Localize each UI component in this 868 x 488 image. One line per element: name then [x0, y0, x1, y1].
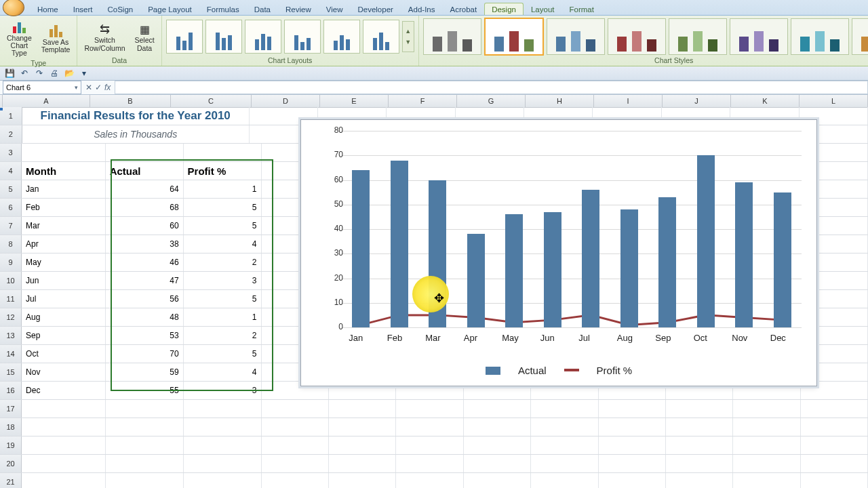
print-preview-icon[interactable]: 🖨	[49, 68, 60, 79]
cell[interactable]	[801, 455, 868, 472]
cell[interactable]	[329, 473, 396, 488]
change-chart-type-button[interactable]: ChangeChart Type	[4, 17, 35, 58]
cell[interactable]: Dec	[22, 382, 106, 399]
chart-style-option[interactable]	[484, 18, 544, 56]
cell[interactable]: 1	[184, 180, 262, 198]
save-icon[interactable]: 💾	[4, 68, 15, 79]
cell[interactable]: 5	[184, 345, 262, 363]
cell[interactable]	[733, 418, 800, 436]
chart-layout-option[interactable]	[166, 20, 203, 54]
cell[interactable]	[464, 400, 531, 418]
chart-style-option[interactable]	[852, 18, 868, 55]
cell[interactable]: Mar	[22, 217, 106, 235]
cell[interactable]	[262, 455, 329, 472]
cell[interactable]	[801, 473, 868, 488]
cell[interactable]	[801, 418, 868, 436]
cell[interactable]: 48	[106, 308, 184, 326]
chart-layout-option[interactable]	[205, 20, 242, 54]
row-header[interactable]: 14	[0, 345, 22, 363]
cell[interactable]: Month	[22, 162, 106, 180]
cell[interactable]: Financial Results for the Year 2010	[22, 107, 250, 125]
tab-cosign[interactable]: CoSign	[100, 3, 140, 15]
row-header[interactable]: 3	[0, 144, 22, 161]
row-header[interactable]: 12	[0, 308, 22, 326]
cell[interactable]	[184, 400, 262, 418]
cell[interactable]	[329, 400, 396, 418]
cell[interactable]	[666, 455, 733, 472]
cell[interactable]	[666, 400, 733, 418]
cell[interactable]: 70	[106, 345, 184, 363]
cell[interactable]	[531, 455, 598, 472]
cell[interactable]	[106, 144, 184, 161]
tab-format[interactable]: Format	[561, 3, 601, 15]
row-header[interactable]: 10	[0, 272, 22, 289]
name-box[interactable]: Chart 6▾	[3, 81, 81, 94]
cell[interactable]	[733, 455, 800, 472]
cell[interactable]: 56	[106, 290, 184, 308]
cell[interactable]: 59	[106, 363, 184, 381]
cell[interactable]	[22, 436, 106, 454]
cell[interactable]: May	[22, 253, 106, 271]
select-data-button[interactable]: ▦ SelectData	[132, 19, 157, 53]
cell[interactable]: 53	[106, 327, 184, 344]
cell[interactable]: 3	[184, 272, 262, 289]
cell[interactable]	[531, 418, 598, 436]
cell[interactable]	[396, 473, 463, 488]
chart-plot-area[interactable]: 01020304050607080JanFebMarAprMayJunJulAu…	[342, 131, 802, 327]
cell[interactable]	[599, 418, 666, 436]
column-header[interactable]: H	[526, 95, 594, 107]
chart-bar[interactable]	[467, 234, 485, 327]
cell[interactable]	[184, 436, 262, 454]
cell[interactable]	[22, 144, 106, 161]
cell[interactable]	[531, 473, 598, 488]
row-header[interactable]: 16	[0, 382, 22, 399]
undo-button[interactable]: ↶	[19, 68, 30, 79]
cell[interactable]	[733, 473, 800, 488]
cell[interactable]	[599, 400, 666, 418]
cell[interactable]	[22, 455, 106, 472]
cell[interactable]	[329, 455, 396, 472]
tab-review[interactable]: Review	[278, 3, 319, 15]
cell[interactable]: Aug	[22, 308, 106, 326]
cell[interactable]	[531, 400, 598, 418]
column-header[interactable]: G	[457, 95, 526, 107]
chart-style-option[interactable]	[423, 18, 481, 55]
worksheet[interactable]: ABCDEFGHIJKL 1Financial Results for the …	[0, 95, 868, 488]
enter-icon[interactable]: ✓	[95, 83, 102, 92]
open-icon[interactable]: 📂	[64, 68, 75, 79]
row-header[interactable]: 20	[0, 455, 22, 472]
cell[interactable]	[106, 455, 184, 472]
tab-acrobat[interactable]: Acrobat	[443, 3, 485, 15]
tab-data[interactable]: Data	[247, 3, 278, 15]
cell[interactable]: 4	[184, 235, 262, 253]
column-header[interactable]: E	[320, 95, 389, 107]
cell[interactable]: 2	[184, 327, 262, 344]
column-header[interactable]: I	[594, 95, 663, 107]
cell[interactable]: 64	[106, 180, 184, 198]
cell[interactable]	[106, 436, 184, 454]
row-header[interactable]: 4	[0, 162, 22, 180]
column-header[interactable]: J	[663, 95, 731, 107]
row-header[interactable]: 8	[0, 235, 22, 253]
cell[interactable]: Profit %	[184, 162, 262, 180]
cell[interactable]: 46	[106, 253, 184, 271]
cell[interactable]: Sales in Thousands	[22, 125, 250, 143]
cell[interactable]	[106, 473, 184, 488]
cell[interactable]	[22, 400, 106, 418]
qat-more-icon[interactable]: ▾	[79, 68, 90, 79]
row-header[interactable]: 9	[0, 253, 22, 271]
chart-bar[interactable]	[505, 214, 523, 327]
chevron-down-icon[interactable]: ▾	[75, 84, 78, 91]
row-header[interactable]: 6	[0, 199, 22, 216]
cell[interactable]: Feb	[22, 199, 106, 216]
cell[interactable]	[396, 400, 463, 418]
cell[interactable]	[106, 400, 184, 418]
chart-layout-option[interactable]	[363, 20, 399, 54]
chart-style-option[interactable]	[547, 18, 605, 55]
cell[interactable]: 2	[184, 253, 262, 271]
cell[interactable]: 3	[184, 382, 262, 399]
tab-developer[interactable]: Developer	[350, 3, 400, 15]
cell[interactable]	[184, 455, 262, 472]
chart-bar[interactable]	[735, 182, 753, 327]
column-header[interactable]: A	[3, 95, 90, 107]
